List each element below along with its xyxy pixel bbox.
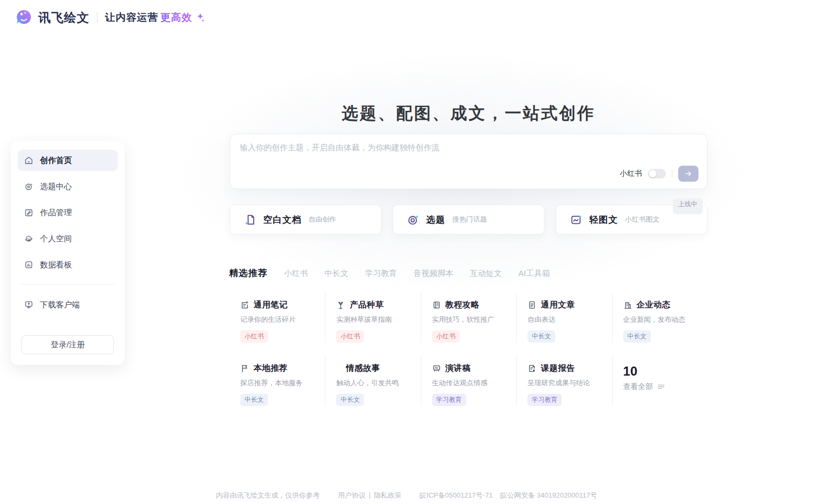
sidebar-item-personal-space[interactable]: 个人空间 bbox=[18, 228, 118, 249]
footer: 内容由讯飞绘文生成，仅供你参考 用户协议 | 隐私政策 皖ICP备0500121… bbox=[0, 491, 813, 500]
blank-doc-icon bbox=[244, 214, 256, 226]
quick-action-topic[interactable]: 选题 搜热门话题 bbox=[393, 205, 544, 234]
view-all-label: 查看全部 bbox=[623, 382, 653, 392]
category-tag: 小红书 bbox=[432, 330, 460, 343]
sidebar-item-dashboard[interactable]: 数据看板 bbox=[18, 254, 118, 275]
dashboard-icon bbox=[24, 260, 34, 270]
template-card-title: 企业动态 bbox=[637, 299, 671, 311]
template-card-enterprise-news[interactable]: 企业动态 企业新闻，发布动态 中长文 bbox=[612, 292, 708, 343]
sidebar-item-label: 创作首页 bbox=[40, 156, 72, 166]
seeding-icon bbox=[336, 300, 345, 310]
icp-number: 皖ICP备05001217号-71 bbox=[420, 491, 493, 500]
submit-button[interactable] bbox=[678, 166, 698, 182]
quick-action-title: 选题 bbox=[426, 214, 445, 226]
template-card-desc: 记录你的生活碎片 bbox=[240, 315, 321, 324]
page-title: 选题、配图、成文，一站式创作 bbox=[230, 102, 708, 125]
quick-action-blank-doc[interactable]: 空白文档 自由创作 bbox=[230, 205, 381, 234]
template-card-title: 课题报告 bbox=[541, 363, 575, 374]
tab-education[interactable]: 学习教育 bbox=[365, 269, 397, 279]
privacy-link[interactable]: 隐私政策 bbox=[374, 491, 402, 500]
category-tag: 学习教育 bbox=[432, 394, 466, 406]
template-card-desc: 生动传达观点情感 bbox=[432, 378, 512, 388]
template-card-emotional-story[interactable]: 情感故事 触动人心，引发共鸣 中长文 bbox=[325, 355, 420, 406]
template-card-product-seeding[interactable]: 产品种草 实测种草拔草指南 小红书 bbox=[325, 292, 420, 343]
quick-action-title: 空白文档 bbox=[263, 214, 302, 226]
sidebar-item-works[interactable]: 作品管理 bbox=[18, 202, 118, 223]
sparkle-icon bbox=[194, 12, 205, 23]
tab-video-script[interactable]: 音视频脚本 bbox=[413, 269, 453, 279]
template-card-general-note[interactable]: 通用笔记 记录你的生活碎片 小红书 bbox=[230, 292, 325, 343]
tab-short-text[interactable]: 互动短文 bbox=[470, 269, 502, 279]
topic-search-icon bbox=[407, 214, 419, 226]
sidebar-item-label: 数据看板 bbox=[40, 260, 72, 270]
brand-name: 讯飞绘文 bbox=[38, 10, 90, 26]
quick-action-light-article[interactable]: 上线中 轻图文 小红书图文 bbox=[556, 205, 708, 234]
template-card-title: 教程攻略 bbox=[445, 299, 479, 311]
template-card-desc: 实测种草拔草指南 bbox=[336, 315, 416, 324]
template-card-title: 情感故事 bbox=[346, 363, 380, 374]
xiaohongshu-toggle[interactable] bbox=[648, 169, 666, 178]
logo-icon bbox=[15, 9, 33, 27]
sidebar-item-label: 下载客户端 bbox=[40, 300, 80, 310]
category-tag: 中长文 bbox=[240, 394, 268, 406]
xiaohongshu-toggle-label: 小红书 bbox=[620, 169, 642, 178]
personal-space-icon bbox=[24, 234, 34, 243]
footer-disclaimer: 内容由讯飞绘文生成，仅供你参考 bbox=[216, 491, 320, 500]
category-tag: 中长文 bbox=[336, 394, 364, 406]
list-icon bbox=[657, 383, 665, 391]
sidebar-item-download-client[interactable]: 下载客户端 bbox=[18, 294, 118, 315]
brand-separator bbox=[97, 12, 97, 23]
quick-action-subtitle: 自由创作 bbox=[308, 215, 336, 224]
template-card-desc: 触动人心，引发共鸣 bbox=[336, 378, 416, 388]
works-icon bbox=[24, 208, 34, 217]
tab-ai-toolbox[interactable]: AI工具箱 bbox=[518, 269, 550, 279]
template-card-tutorial[interactable]: 教程攻略 实用技巧，软性推广 小红书 bbox=[421, 292, 516, 343]
arrow-right-icon bbox=[684, 169, 693, 178]
template-count: 10 bbox=[623, 364, 703, 379]
report-icon bbox=[527, 364, 536, 373]
tagline-highlight: 更高效 bbox=[160, 11, 192, 25]
template-card-speech[interactable]: 演讲稿 生动传达观点情感 学习教育 bbox=[421, 355, 516, 406]
template-card-local-recommend[interactable]: 本地推荐 探店推荐，本地服务 中长文 bbox=[230, 355, 325, 406]
template-card-title: 本地推荐 bbox=[254, 363, 288, 374]
sidebar-item-label: 选题中心 bbox=[40, 182, 72, 192]
brand-logo[interactable]: 讯飞绘文 让内容运营更高效 bbox=[15, 9, 205, 27]
template-card-title: 演讲稿 bbox=[445, 363, 471, 374]
category-tag: 小红书 bbox=[336, 330, 364, 343]
template-grid: 通用笔记 记录你的生活碎片 小红书 产品种草 实测种草拔草指南 小红书 教程攻略… bbox=[230, 292, 708, 406]
terms-link[interactable]: 用户协议 bbox=[338, 491, 365, 500]
note-icon bbox=[240, 300, 249, 310]
category-tag: 中长文 bbox=[623, 330, 651, 343]
download-icon bbox=[24, 300, 34, 310]
tab-xiaohongshu[interactable]: 小红书 bbox=[284, 269, 308, 279]
template-card-title: 产品种草 bbox=[349, 299, 384, 311]
sidebar-item-topic-center[interactable]: 选题中心 bbox=[18, 176, 118, 197]
sidebar: 创作首页 选题中心 作品管理 个人空间 数据看板 bbox=[11, 141, 125, 365]
template-card-desc: 呈现研究成果与结论 bbox=[527, 378, 607, 388]
tab-mid-long[interactable]: 中长文 bbox=[324, 269, 348, 279]
online-badge: 上线中 bbox=[673, 198, 703, 214]
view-all-cell[interactable]: 10 查看全部 bbox=[612, 355, 708, 406]
category-tag: 小红书 bbox=[240, 330, 268, 343]
article-icon bbox=[527, 300, 536, 310]
tab-featured[interactable]: 精选推荐 bbox=[229, 267, 267, 279]
sidebar-item-home[interactable]: 创作首页 bbox=[18, 150, 118, 171]
quick-action-subtitle: 搜热门话题 bbox=[452, 215, 487, 224]
home-icon bbox=[24, 156, 34, 165]
light-article-icon bbox=[570, 214, 582, 226]
control-divider bbox=[672, 170, 672, 177]
sidebar-item-label: 个人空间 bbox=[40, 234, 72, 244]
sidebar-divider bbox=[20, 284, 115, 284]
brand-tagline: 让内容运营更高效 bbox=[105, 11, 205, 25]
template-card-desc: 实用技巧，软性推广 bbox=[432, 315, 512, 324]
login-register-button[interactable]: 登录/注册 bbox=[21, 335, 114, 354]
topic-input[interactable] bbox=[240, 143, 677, 167]
template-card-title: 通用笔记 bbox=[254, 299, 288, 311]
creation-input-card: 小红书 bbox=[230, 134, 708, 189]
speech-icon bbox=[432, 364, 441, 373]
template-card-desc: 探店推荐，本地服务 bbox=[240, 378, 321, 388]
category-tabs: 精选推荐 小红书 中长文 学习教育 音视频脚本 互动短文 AI工具箱 bbox=[229, 267, 550, 279]
template-card-research-report[interactable]: 课题报告 呈现研究成果与结论 学习教育 bbox=[516, 355, 612, 406]
template-card-general-article[interactable]: 通用文章 自由表达 中长文 bbox=[516, 292, 612, 343]
building-icon bbox=[623, 300, 632, 310]
